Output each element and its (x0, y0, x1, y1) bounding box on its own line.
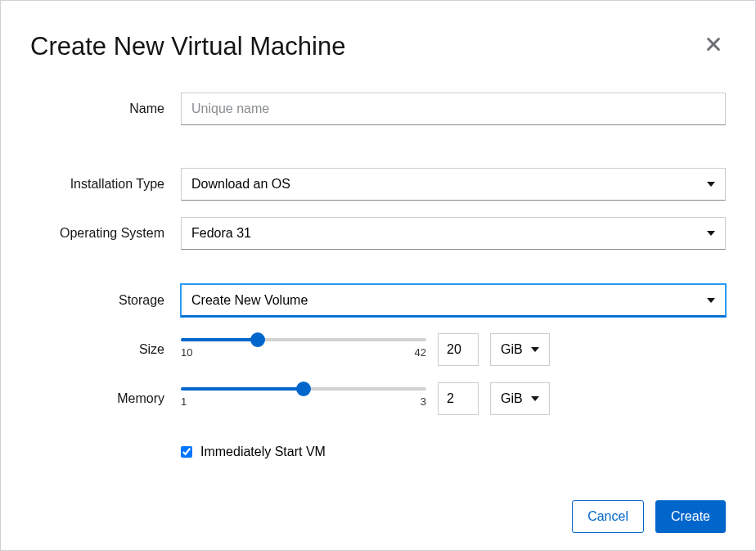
label-size: Size (30, 342, 181, 357)
name-input[interactable] (181, 93, 726, 125)
caret-down-icon (531, 396, 539, 401)
storage-value: Create New Volume (191, 293, 308, 308)
row-size: Size 10 42 GiB (30, 333, 726, 366)
size-min: 10 (181, 346, 192, 359)
memory-input[interactable] (438, 382, 479, 415)
size-unit-select[interactable]: GiB (490, 333, 550, 366)
create-button[interactable]: Create (655, 500, 726, 533)
label-memory: Memory (30, 391, 181, 406)
row-name: Name (30, 93, 726, 125)
size-unit-value: GiB (501, 342, 523, 357)
memory-unit-select[interactable]: GiB (490, 382, 550, 415)
row-operating-system: Operating System Fedora 31 (30, 217, 726, 250)
caret-down-icon (707, 231, 715, 236)
size-slider[interactable] (181, 338, 426, 341)
installation-type-select[interactable]: Download an OS (181, 168, 726, 201)
row-storage: Storage Create New Volume (30, 284, 726, 317)
auto-start-label[interactable]: Immediately Start VM (200, 445, 326, 459)
memory-min: 1 (181, 395, 187, 408)
label-name: Name (30, 102, 181, 116)
label-storage: Storage (30, 293, 181, 308)
auto-start-checkbox[interactable] (181, 446, 192, 458)
row-memory: Memory 1 3 GiB (30, 382, 726, 415)
row-auto-start: Immediately Start VM (30, 445, 726, 459)
dialog-header: Create New Virtual Machine (30, 32, 726, 61)
close-icon (704, 35, 722, 53)
dialog-footer: Cancel Create (30, 500, 726, 533)
caret-down-icon (531, 347, 539, 352)
label-installation-type: Installation Type (30, 177, 181, 192)
operating-system-select[interactable]: Fedora 31 (181, 217, 726, 250)
memory-slider[interactable] (181, 387, 426, 391)
cancel-button[interactable]: Cancel (572, 500, 644, 533)
memory-unit-value: GiB (501, 391, 523, 406)
label-operating-system: Operating System (30, 226, 181, 241)
form-body: Name Installation Type Download an OS Op… (30, 93, 726, 476)
size-max: 42 (415, 346, 426, 359)
row-installation-type: Installation Type Download an OS (30, 168, 726, 201)
memory-max: 3 (421, 395, 426, 408)
operating-system-value: Fedora 31 (191, 226, 251, 241)
close-button[interactable] (701, 32, 726, 60)
installation-type-value: Download an OS (191, 177, 290, 192)
size-input[interactable] (438, 333, 479, 366)
caret-down-icon (707, 298, 715, 303)
storage-select[interactable]: Create New Volume (181, 284, 726, 317)
caret-down-icon (707, 182, 715, 187)
memory-slider-thumb[interactable] (296, 382, 311, 396)
dialog-title: Create New Virtual Machine (30, 32, 345, 61)
size-slider-thumb[interactable] (250, 332, 265, 347)
create-vm-dialog: Create New Virtual Machine Name Installa… (1, 1, 755, 550)
